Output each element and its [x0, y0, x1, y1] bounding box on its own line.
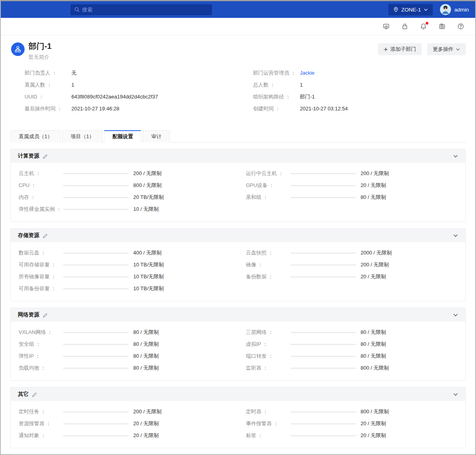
quota-row: GPU设备 ：20 / 无限制 — [246, 179, 457, 191]
section-other: 其它 定时任务 ：200 / 无限制 资源报警器 ：20 / 无限制 通知对象 … — [10, 387, 466, 448]
quota-progress-bar — [63, 264, 129, 266]
section-header: 网络资源 — [11, 308, 465, 322]
quota-row: 数据云盘 ：400 / 无限制 — [19, 247, 230, 259]
info-row: 最后操作时间 ：2021-10-27 19:46:28 — [25, 105, 237, 117]
secondary-toolbar — [1, 18, 475, 35]
zone-label: ZONE-1 — [401, 7, 421, 13]
collapse-chevron-icon[interactable] — [453, 312, 458, 318]
info-value: 2021-10-27 19:46:28 — [71, 106, 119, 112]
title-block: 部门-1 暂无简介 — [29, 41, 52, 61]
quota-row: 亲和组 ：80 / 无限制 — [246, 191, 457, 203]
quota-row: 安全组 ：80 / 无限制 — [19, 338, 230, 350]
edit-icon[interactable] — [42, 233, 48, 238]
quota-value: 800 / 无限制 — [133, 182, 162, 189]
info-value-uuid: 643f8089cf0242aea194dd2d4cbc2f37 — [71, 94, 158, 100]
edit-icon[interactable] — [32, 392, 37, 397]
quota-progress-bar — [290, 435, 356, 436]
info-value: 1 — [71, 82, 74, 88]
quota-progress-bar — [290, 276, 356, 278]
edit-icon[interactable] — [42, 154, 48, 159]
quota-row: 通知对象 ：20 / 无限制 — [19, 430, 230, 442]
quota-row: 所有镜像容量 ：10 TB/无限制 — [19, 271, 230, 283]
quota-column-left: 云主机 ：200 / 无限制 CPU ：800 / 无限制 内存 ：20 TB/… — [19, 168, 230, 215]
info-row: 创建时间 ：2021-10-27 03:12:54 — [253, 105, 466, 117]
zone-selector[interactable]: ZONE-1 — [388, 4, 433, 15]
tab-audit[interactable]: 审计 — [143, 130, 170, 143]
quota-value: 200 / 无限制 — [361, 261, 389, 268]
user-menu[interactable]: admin — [440, 4, 469, 15]
quota-row: 三层网络 ：80 / 无限制 — [246, 326, 457, 338]
add-button-label: 添加子部门 — [390, 46, 416, 53]
section-title: 其它 — [18, 391, 29, 398]
quota-value: 20 / 无限制 — [361, 432, 386, 439]
quota-value: 10 TB/无限制 — [133, 273, 164, 280]
quota-value: 800 / 无限制 — [361, 408, 389, 415]
operation-log-icon[interactable] — [439, 23, 445, 30]
topbar-right-group: ZONE-1 admin — [388, 4, 469, 15]
quota-progress-bar — [63, 288, 129, 289]
tab-direct-members[interactable]: 直属成员（1） — [10, 130, 61, 143]
search-input[interactable] — [82, 7, 208, 13]
detail-tabs: 直属成员（1） 项目（1） 配额设置 审计 — [10, 130, 466, 143]
more-actions-button[interactable]: 更多操作 — [427, 43, 466, 55]
quota-column-right: 三层网络 ：80 / 无限制 虚拟IP ：80 / 无限制 端口转发 ：80 /… — [246, 326, 457, 374]
section-network-resources: 网络资源 VXLAN网络 ：80 / 无限制 安全组 ：80 / 无限制 弹性I… — [10, 308, 466, 381]
tab-quota-settings[interactable]: 配额设置 — [104, 130, 141, 143]
section-body: VXLAN网络 ：80 / 无限制 安全组 ：80 / 无限制 弹性IP ：80… — [11, 322, 465, 380]
quota-progress-bar — [290, 411, 356, 413]
section-header: 其它 — [11, 388, 465, 401]
page-header: 部门-1 暂无简介 添加子部门 更多操作 — [10, 41, 466, 61]
chevron-down-icon — [424, 8, 428, 12]
quota-row: 弹性裸金属实例 ：10 / 无限制 — [19, 203, 230, 215]
plus-icon — [384, 47, 388, 52]
page-title: 部门-1 — [29, 41, 52, 51]
quota-progress-bar — [63, 197, 129, 198]
quota-row: 虚拟IP ：80 / 无限制 — [246, 338, 457, 350]
quota-progress-bar — [63, 276, 129, 278]
info-value: 部门-1 — [300, 93, 315, 100]
quota-value: 200 / 无限制 — [133, 408, 162, 415]
page-subtitle: 暂无简介 — [29, 54, 52, 61]
notification-bell-icon[interactable] — [420, 23, 427, 30]
quota-progress-bar — [290, 423, 356, 424]
add-sub-department-button[interactable]: 添加子部门 — [378, 43, 422, 55]
info-column-left: 部门负责人 ：无 直属人数 ：1 UUID ：643f8089cf0242aea… — [25, 69, 237, 117]
search-icon — [74, 7, 80, 12]
chevron-down-icon — [456, 47, 460, 52]
quota-value: 20 TB/无限制 — [133, 194, 164, 201]
quota-value: 10 / 无限制 — [133, 206, 159, 213]
quota-progress-bar — [290, 197, 356, 198]
collapse-chevron-icon[interactable] — [453, 154, 458, 159]
quota-value: 10 TB/无限制 — [133, 285, 164, 292]
console-icon[interactable] — [383, 23, 390, 30]
quota-value: 80 / 无限制 — [361, 329, 386, 336]
section-title: 计算资源 — [18, 152, 39, 160]
help-icon[interactable] — [457, 23, 464, 30]
quota-row: 备份数据 ：20 / 无限制 — [246, 271, 457, 283]
app-window: ZONE-1 admin — [0, 0, 476, 455]
quota-column-left: 数据云盘 ：400 / 无限制 可用存储容量 ：10 TB/无限制 所有镜像容量… — [19, 247, 230, 295]
quota-value: 10 TB/无限制 — [133, 261, 164, 268]
admin-user-link[interactable]: Jackie — [300, 70, 315, 76]
quota-value: 20 / 无限制 — [361, 420, 386, 427]
tab-projects[interactable]: 项目（1） — [62, 130, 102, 143]
section-title: 网络资源 — [18, 311, 39, 318]
collapse-chevron-icon[interactable] — [453, 233, 458, 238]
header-actions: 添加子部门 更多操作 — [378, 41, 466, 55]
quota-value: 20 / 无限制 — [361, 182, 386, 189]
quota-progress-bar — [63, 209, 129, 210]
section-storage-resources: 存储资源 数据云盘 ：400 / 无限制 可用存储容量 ：10 TB/无限制 所… — [10, 228, 466, 301]
info-row: 组织架构路径 ：部门-1 — [253, 93, 466, 105]
collapse-chevron-icon[interactable] — [453, 392, 458, 397]
quota-row: 资源报警器 ：20 / 无限制 — [19, 418, 230, 430]
info-value: 2021-10-27 03:12:54 — [300, 106, 348, 112]
edit-icon[interactable] — [42, 312, 48, 318]
top-navigation-bar: ZONE-1 admin — [1, 1, 475, 18]
quota-progress-bar — [290, 264, 356, 266]
global-search-box[interactable] — [71, 4, 212, 15]
quota-row: 内存 ：20 TB/无限制 — [19, 191, 230, 203]
notification-dot — [426, 22, 428, 25]
lock-icon[interactable] — [401, 23, 408, 30]
section-header: 存储资源 — [11, 229, 465, 242]
username-label: admin — [454, 7, 469, 13]
